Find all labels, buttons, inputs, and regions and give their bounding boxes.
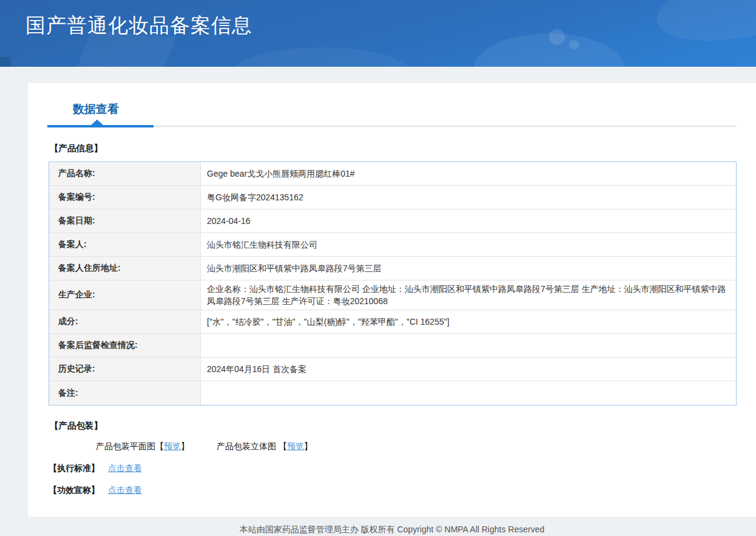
row-value: 2024-04-16 — [201, 209, 736, 232]
row-label: 生产企业: — [49, 280, 201, 310]
row-value: Gege bear戈戈小熊唇颊两用腮红棒01# — [201, 162, 736, 185]
row-label: 历史记录: — [49, 358, 201, 381]
packaging-flat-group: 产品包装平面图【预览】 — [96, 441, 189, 452]
section-title-standard: 【执行标准】 — [49, 463, 100, 473]
section-title-efficacy: 【功效宣称】 — [49, 485, 100, 495]
packaging-stereo-preview-link[interactable]: 预览 — [287, 441, 304, 451]
section-title-product-info: 【产品信息】 — [50, 143, 737, 154]
packaging-links-row: 产品包装平面图【预览】产品包装立体图 【预览】 — [96, 441, 737, 452]
banner-decoration-wedge — [650, 0, 756, 55]
table-row: 历史记录: 2024年04月16日 首次备案 — [49, 358, 736, 381]
table-row: 成分: ["水"，"结冷胶"，"甘油"，"山梨(糖)醇"，"羟苯甲酯"，"CI … — [49, 310, 736, 334]
tab-active-arrow-icon — [91, 120, 103, 125]
packaging-stereo-group: 产品包装立体图 【预览】 — [217, 441, 312, 452]
tab-bar: 数据查看 — [49, 101, 737, 127]
table-row: 备案后监督检查情况: — [49, 334, 736, 358]
product-info-table: 产品名称: Gege bear戈戈小熊唇颊两用腮红棒01# 备案编号: 粤G妆网… — [49, 161, 737, 405]
bracket-open: 【 — [278, 441, 287, 451]
table-row: 备案日期: 2024-04-16 — [49, 209, 736, 233]
row-label: 备案日期: — [49, 209, 201, 232]
banner-decoration-ellipse — [473, 33, 625, 67]
bracket-close: 】 — [181, 441, 189, 451]
packaging-stereo-label: 产品包装立体图 — [217, 441, 278, 451]
standard-view-link[interactable]: 点击查看 — [108, 463, 142, 473]
row-label: 备注: — [49, 381, 201, 405]
row-label: 成分: — [49, 310, 201, 333]
table-row: 备注: — [49, 381, 736, 405]
table-row: 生产企业: 企业名称：汕头市铭汇生物科技有限公司 企业地址：汕头市潮阳区和平镇紫… — [49, 280, 736, 310]
row-label: 备案人住所地址: — [49, 257, 201, 280]
tab-active-underline — [47, 125, 154, 127]
bracket-open: 【 — [155, 441, 164, 451]
row-value: 汕头市潮阳区和平镇紫中路凤皋路段7号第三层 — [201, 257, 736, 280]
packaging-flat-preview-link[interactable]: 预览 — [164, 441, 181, 451]
efficacy-view-link[interactable]: 点击查看 — [108, 485, 142, 495]
efficacy-row: 【功效宣称】点击查看 — [49, 485, 737, 496]
row-value: 汕头市铭汇生物科技有限公司 — [201, 233, 736, 256]
banner-decoration-circle — [549, 29, 565, 45]
table-row: 备案编号: 粤G妆网备字2024135162 — [49, 186, 736, 209]
banner-decoration-circle — [569, 40, 579, 50]
row-label: 备案后监督检查情况: — [49, 334, 201, 357]
row-label: 产品名称: — [49, 162, 201, 185]
page-banner: 国产普通化妆品备案信息 — [0, 0, 756, 67]
row-value: 2024年04月16日 首次备案 — [201, 358, 736, 381]
row-value — [201, 381, 736, 405]
row-value — [201, 334, 736, 357]
table-row: 备案人: 汕头市铭汇生物科技有限公司 — [49, 233, 736, 257]
copyright-text: 本站由国家药品监督管理局主办 版权所有 Copyright © NMPA All… — [240, 524, 544, 534]
banner-decoration-blob — [231, 47, 413, 67]
row-label: 备案人: — [49, 233, 201, 256]
page-footer: 本站由国家药品监督管理局主办 版权所有 Copyright © NMPA All… — [28, 517, 756, 535]
table-row: 备案人住所地址: 汕头市潮阳区和平镇紫中路凤皋路段7号第三层 — [49, 257, 736, 280]
bracket-close: 】 — [304, 441, 312, 451]
banner-decoration-corner — [0, 57, 11, 67]
row-value: ["水"，"结冷胶"，"甘油"，"山梨(糖)醇"，"羟苯甲酯"，"CI 1625… — [201, 310, 736, 333]
row-value: 企业名称：汕头市铭汇生物科技有限公司 企业地址：汕头市潮阳区和平镇紫中路凤皋路段… — [201, 280, 736, 310]
section-title-packaging: 【产品包装】 — [50, 420, 737, 432]
row-label: 备案编号: — [49, 186, 201, 209]
page-title: 国产普通化妆品备案信息 — [25, 12, 252, 39]
row-value: 粤G妆网备字2024135162 — [201, 186, 736, 209]
table-row: 产品名称: Gege bear戈戈小熊唇颊两用腮红棒01# — [49, 162, 736, 186]
packaging-flat-label: 产品包装平面图 — [96, 441, 155, 451]
standard-row: 【执行标准】点击查看 — [49, 463, 737, 474]
content-card: 数据查看 【产品信息】 产品名称: Gege bear戈戈小熊唇颊两用腮红棒01… — [28, 83, 756, 517]
